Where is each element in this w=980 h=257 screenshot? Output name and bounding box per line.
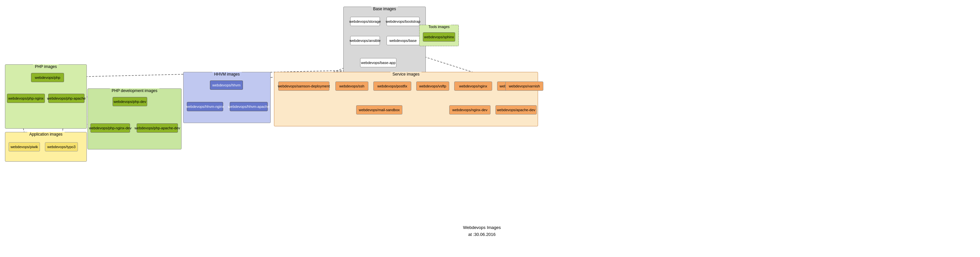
group-php-dev: PHP development images webdevops/php-dev… [88, 89, 181, 149]
group-app: Application images webdevops/piwik webde… [5, 132, 87, 162]
group-tools: Tools images webdevops/sphinx [419, 25, 459, 46]
caption: Webdevops Images at :30.06.2016 [445, 224, 518, 238]
group-app-label: Application images [27, 132, 65, 136]
node-php-apache[interactable]: webdevops/php-apache [48, 94, 84, 103]
group-tools-label: Tools images [426, 25, 452, 29]
node-nginx[interactable]: webdevops/nginx [454, 81, 492, 91]
node-hhvm-nginx[interactable]: webdevops/hhvm-nginx [187, 102, 223, 111]
node-ansible[interactable]: webdevops/ansible [350, 36, 380, 45]
node-vsftp[interactable]: webdevops/vsftp [416, 81, 449, 91]
group-hhvm: HHVM images webdevops/hhvm webdevops/hhv… [183, 72, 270, 123]
diagram-container: Base images webdevops/storage webdevops/… [0, 0, 980, 257]
group-base-label: Base images [371, 6, 398, 11]
node-varnish[interactable]: webdevops/varnish [505, 81, 543, 91]
group-service: Service images webdevops/samson-deployme… [274, 72, 538, 126]
node-apache-dev[interactable]: webdevops/apache-dev [495, 105, 537, 114]
group-service-label: Service images [390, 72, 422, 76]
caption-line2: at :30.06.2016 [445, 231, 518, 238]
node-storage[interactable]: webdevops/storage [350, 17, 380, 26]
node-bootstrap[interactable]: webdevops/bootstrap [387, 17, 420, 26]
node-php-nginx-dev[interactable]: webdevops/php-nginx-dev [91, 124, 130, 133]
node-php[interactable]: webdevops/php [31, 73, 64, 82]
group-php-label: PHP images [33, 64, 59, 69]
node-base[interactable]: webdevops/base [387, 36, 420, 45]
node-php-nginx[interactable]: webdevops/php-nginx [7, 94, 45, 103]
node-hhvm-apache[interactable]: webdevops/hhvm-apache [230, 102, 268, 111]
caption-line1: Webdevops Images [445, 224, 518, 231]
group-hhvm-label: HHVM images [212, 72, 242, 76]
node-ssh[interactable]: webdevops/ssh [336, 81, 368, 91]
node-base-app[interactable]: webdevops/base-app [360, 58, 396, 67]
node-mail-sandbox[interactable]: webdevops/mail-sandbox [356, 105, 402, 114]
node-php-dev[interactable]: webdevops/php-dev [113, 97, 147, 106]
group-php-dev-label: PHP development images [110, 89, 159, 93]
node-nginx-dev[interactable]: webdevops/nginx-dev [449, 105, 490, 114]
group-php: PHP images webdevops/php webdevops/php-n… [5, 64, 87, 128]
node-sphinx[interactable]: webdevops/sphinx [423, 32, 455, 41]
node-samson[interactable]: webdevops/samson-deployment [278, 81, 329, 91]
group-base: Base images webdevops/storage webdevops/… [343, 6, 426, 78]
node-piwik[interactable]: webdevops/piwik [9, 142, 40, 151]
node-postfix[interactable]: webdevops/postfix [373, 81, 411, 91]
node-php-apache-dev[interactable]: webdevops/php-apache-dev [137, 124, 178, 133]
node-typo3[interactable]: webdevops/typo3 [45, 142, 78, 151]
node-hhvm[interactable]: webdevops/hhvm [210, 81, 243, 90]
